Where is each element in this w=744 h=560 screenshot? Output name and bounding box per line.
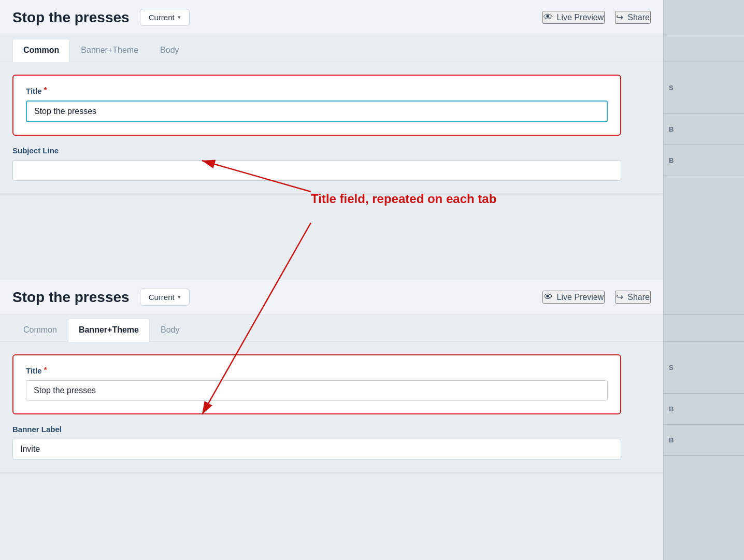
share-icon: ↪ <box>616 12 623 23</box>
required-star-bottom: * <box>44 366 47 375</box>
content-area-top: Title * Subject Line <box>0 62 663 193</box>
live-preview-button-bottom[interactable]: 👁 Live Preview <box>542 291 605 304</box>
version-label-top: Current <box>149 13 175 22</box>
sidebar-item-2 <box>664 35 744 62</box>
eye-icon-bottom: 👁 <box>543 292 553 303</box>
title-input-bottom[interactable] <box>26 380 608 401</box>
version-label-bottom: Current <box>149 293 175 301</box>
content-area-bottom: Title * Banner Label <box>0 342 663 472</box>
bottom-panel: Stop the presses Current ▾ 👁 Live Previe… <box>0 280 663 472</box>
page-title-bottom: Stop the presses <box>12 289 130 306</box>
tab-banner-theme-top[interactable]: Banner+Theme <box>70 39 149 62</box>
chevron-down-icon: ▾ <box>178 14 181 21</box>
right-sidebar-bottom: S B B <box>663 280 744 560</box>
tab-banner-theme-bottom[interactable]: Banner+Theme <box>68 319 150 342</box>
title-section-top: Title * <box>12 75 621 136</box>
live-preview-label-bottom: Live Preview <box>557 293 604 302</box>
subject-line-label-top: Subject Line <box>12 146 621 155</box>
right-sidebar-top: S B B <box>663 0 744 280</box>
share-label-bottom: Share <box>627 293 650 302</box>
tab-common-bottom[interactable]: Common <box>12 319 68 342</box>
banner-label-input[interactable] <box>12 439 621 460</box>
sidebar-label-b4: B <box>669 436 674 444</box>
top-header-bar: Stop the presses Current ▾ 👁 Live Previe… <box>0 0 663 35</box>
sidebar-label-b1: B <box>669 125 674 133</box>
title-field-label-bottom: Title * <box>26 366 608 375</box>
bottom-header-bar: Stop the presses Current ▾ 👁 Live Previe… <box>0 280 663 315</box>
required-star-top: * <box>44 86 47 95</box>
title-input-top[interactable] <box>26 100 608 122</box>
share-button-top[interactable]: ↪ Share <box>615 11 651 24</box>
eye-icon: 👁 <box>543 12 553 23</box>
sidebar-label-b2: B <box>669 156 674 164</box>
annotation-text: Title field, repeated on each tab <box>311 192 496 206</box>
version-dropdown-top[interactable]: Current ▾ <box>140 9 190 26</box>
sidebar-item-b2 <box>664 315 744 342</box>
title-field-label-top: Title * <box>26 86 608 95</box>
sidebar-label-b3: B <box>669 405 674 413</box>
header-actions-bottom: 👁 Live Preview ↪ Share <box>542 291 651 304</box>
version-dropdown-bottom[interactable]: Current ▾ <box>140 289 190 306</box>
banner-label-label: Banner Label <box>12 425 621 434</box>
tab-body-bottom[interactable]: Body <box>150 319 190 342</box>
tab-bar-top: Common Banner+Theme Body <box>0 35 663 62</box>
sidebar-item-1 <box>664 0 744 35</box>
title-section-bottom: Title * <box>12 354 621 414</box>
live-preview-button-top[interactable]: 👁 Live Preview <box>542 11 605 24</box>
top-panel: Stop the presses Current ▾ 👁 Live Previe… <box>0 0 663 194</box>
share-label-top: Share <box>627 13 650 22</box>
live-preview-label-top: Live Preview <box>557 13 604 22</box>
tab-common-top[interactable]: Common <box>12 39 70 62</box>
chevron-down-icon-bottom: ▾ <box>178 294 181 300</box>
share-button-bottom[interactable]: ↪ Share <box>615 291 651 304</box>
subject-line-input-top[interactable] <box>12 160 621 181</box>
subject-line-section-top: Subject Line <box>12 146 621 181</box>
tab-bar-bottom: Common Banner+Theme Body <box>0 315 663 342</box>
tab-body-top[interactable]: Body <box>149 39 190 62</box>
header-actions-top: 👁 Live Preview ↪ Share <box>542 11 651 24</box>
sidebar-label-s2: S <box>669 364 674 371</box>
banner-label-section: Banner Label <box>12 425 621 460</box>
sidebar-label-s: S <box>669 84 674 92</box>
share-icon-bottom: ↪ <box>616 292 623 303</box>
sidebar-item-b1 <box>664 280 744 315</box>
annotation-container: Title field, repeated on each tab <box>311 192 496 206</box>
page-title-top: Stop the presses <box>12 9 130 26</box>
